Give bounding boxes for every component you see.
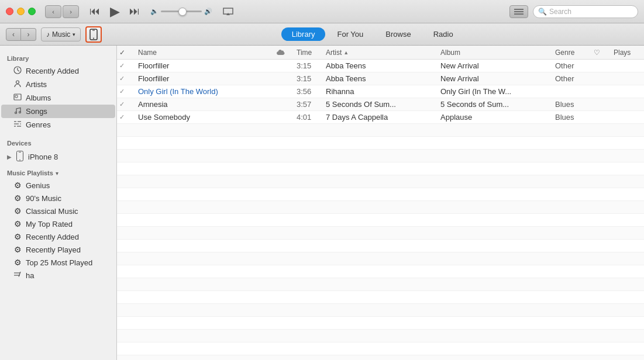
playlists-chevron-icon: ▾ — [56, 170, 58, 176]
table-row[interactable]: ✓ Amnesia 3:57 5 Seconds Of Sum... 5 Sec… — [117, 98, 644, 111]
songs-icon — [13, 106, 22, 116]
td-time-1: 3:15 — [292, 61, 321, 70]
sidebar: Library Recently Added Artists — [0, 46, 117, 360]
90s-music-icon: ⚙ — [13, 193, 22, 203]
main-layout: Library Recently Added Artists — [0, 46, 644, 360]
search-icon: 🔍 — [538, 8, 547, 16]
list-view-button[interactable] — [509, 5, 528, 18]
td-name-3[interactable]: Only Girl (In The World) — [133, 87, 274, 96]
td-time-5: 4:01 — [292, 113, 321, 122]
minimize-button[interactable] — [17, 8, 25, 15]
music-dropdown[interactable]: ♪ Music ▾ — [41, 27, 81, 41]
sidebar-item-recently-played[interactable]: ⚙ Recently Played — [1, 243, 115, 256]
th-cloud — [274, 50, 292, 56]
empty-row — [117, 175, 644, 188]
playlists-section-header[interactable]: Music Playlists ▾ — [0, 165, 116, 179]
content-area: ✓ Name Time Artist ▲ Album Genre ♡ Plays… — [117, 46, 644, 360]
title-bar-right: 🔍 Search — [509, 5, 638, 18]
forward-button[interactable]: ⏭ — [126, 3, 143, 20]
artists-label: Artists — [26, 80, 47, 89]
td-name-5[interactable]: Use Somebody — [133, 113, 274, 122]
back-button[interactable]: ‹ — [6, 28, 21, 41]
svg-point-4 — [93, 37, 94, 39]
th-album[interactable]: Album — [436, 49, 550, 57]
empty-row — [117, 330, 644, 342]
artists-icon — [13, 79, 22, 89]
rewind-button[interactable]: ⏮ — [86, 3, 104, 20]
td-time-3: 3:56 — [292, 87, 321, 96]
nav-tabs: Library For You Browse Radio — [106, 27, 638, 41]
iphone-icon — [15, 151, 25, 163]
top-25-label: Top 25 Most Played — [26, 258, 92, 267]
search-placeholder: Search — [549, 8, 571, 16]
empty-row — [117, 188, 644, 201]
play-button[interactable]: ▶ — [106, 3, 123, 20]
music-label: Music — [52, 30, 70, 39]
empty-row — [117, 240, 644, 252]
tab-radio[interactable]: Radio — [423, 27, 464, 41]
toolbar: ‹ › ♪ Music ▾ Library For You Browse Rad… — [0, 23, 644, 46]
device-button[interactable] — [85, 26, 102, 43]
genius-label: Genius — [26, 181, 50, 190]
tab-browse[interactable]: Browse — [375, 27, 421, 41]
sidebar-item-classical-music[interactable]: ⚙ Classical Music — [1, 205, 115, 217]
empty-row — [117, 252, 644, 265]
sidebar-item-genius[interactable]: ⚙ Genius — [1, 179, 115, 192]
sidebar-item-genres[interactable]: Genres — [1, 118, 115, 131]
th-time[interactable]: Time — [292, 49, 321, 57]
recently-added-icon — [13, 66, 22, 76]
td-name-1[interactable]: Floorfiller — [133, 61, 274, 70]
library-section-label: Library — [0, 50, 116, 64]
close-button[interactable] — [6, 8, 13, 15]
sidebar-item-artists[interactable]: Artists — [1, 78, 115, 91]
th-genre[interactable]: Genre — [550, 49, 591, 57]
svg-point-13 — [19, 112, 21, 113]
td-time-2: 3:15 — [292, 74, 321, 83]
nav-forward-btn[interactable]: › — [63, 5, 79, 18]
th-name[interactable]: Name — [133, 49, 274, 57]
svg-point-9 — [16, 81, 19, 84]
recently-played-label: Recently Played — [26, 245, 81, 254]
table-row[interactable]: ✓ Only Girl (In The World) 3:56 Rihanna … — [117, 85, 644, 98]
th-artist[interactable]: Artist ▲ — [321, 49, 436, 57]
th-plays[interactable]: Plays — [609, 49, 644, 57]
td-check-4: ✓ — [117, 101, 133, 108]
volume-thumb[interactable] — [178, 8, 187, 16]
volume-slider[interactable]: 🔈 🔊 — [150, 8, 212, 15]
search-box[interactable]: 🔍 Search — [533, 5, 638, 18]
sidebar-item-recently-added[interactable]: Recently Added — [1, 64, 115, 78]
table-row[interactable]: ✓ Use Somebody 4:01 7 Days A Cappella Ap… — [117, 111, 644, 124]
svg-line-8 — [18, 70, 19, 71]
sidebar-item-songs[interactable]: Songs — [1, 105, 115, 118]
sidebar-item-recently-added-playlist[interactable]: ⚙ Recently Added — [1, 230, 115, 243]
td-name-4[interactable]: Amnesia — [133, 100, 274, 109]
airplay-button[interactable] — [219, 3, 237, 20]
forward-button-toolbar[interactable]: › — [21, 28, 36, 41]
albums-label: Albums — [26, 94, 51, 102]
td-name-2[interactable]: Floorfiller — [133, 74, 274, 83]
table-row[interactable]: ✓ Floorfiller 3:15 Abba Teens New Arriva… — [117, 60, 644, 72]
maximize-button[interactable] — [28, 8, 36, 15]
sidebar-item-my-top-rated[interactable]: ⚙ My Top Rated — [1, 217, 115, 230]
ha-label: ha — [26, 271, 34, 280]
empty-row — [117, 278, 644, 291]
table-row[interactable]: ✓ Floorfiller 3:15 Abba Teens New Arriva… — [117, 72, 644, 85]
sidebar-item-ha[interactable]: ha — [1, 269, 115, 282]
tab-library[interactable]: Library — [281, 27, 326, 41]
song-link-3[interactable]: Only Girl (In The World) — [138, 87, 218, 96]
nav-back-btn[interactable]: ‹ — [45, 5, 61, 18]
tab-for-you[interactable]: For You — [326, 27, 374, 41]
svg-point-21 — [19, 160, 20, 161]
sidebar-item-top-25[interactable]: ⚙ Top 25 Most Played — [1, 256, 115, 269]
sidebar-item-90s-music[interactable]: ⚙ 90's Music — [1, 192, 115, 205]
sidebar-item-albums[interactable]: Albums — [1, 91, 115, 105]
td-artist-1: Abba Teens — [321, 61, 436, 70]
volume-track[interactable] — [161, 11, 202, 12]
classical-music-icon: ⚙ — [13, 206, 22, 216]
recently-added-playlist-label: Recently Added — [26, 233, 79, 241]
genres-icon — [13, 120, 22, 130]
td-album-5: Applause — [436, 113, 550, 122]
sidebar-item-iphone8[interactable]: ▶ iPhone 8 — [0, 149, 116, 165]
dropdown-arrow-icon: ▾ — [73, 32, 75, 37]
empty-row — [117, 291, 644, 304]
